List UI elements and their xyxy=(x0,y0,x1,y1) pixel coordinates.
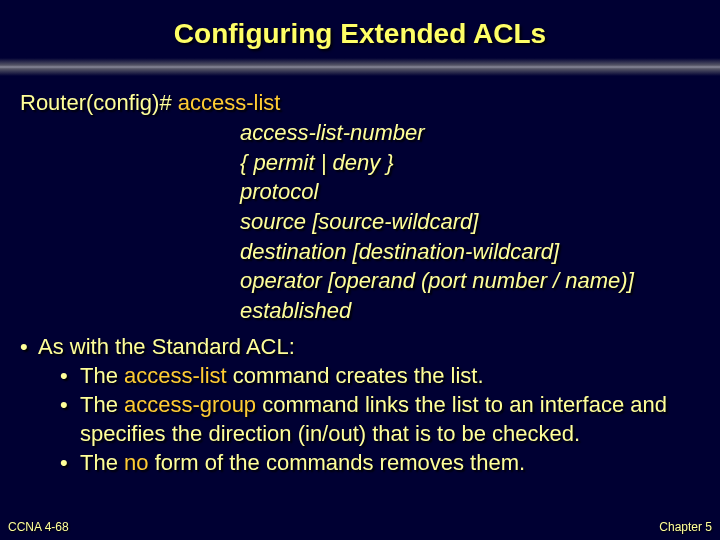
title-divider xyxy=(0,58,720,76)
highlight: no xyxy=(124,450,148,475)
syntax-line: { permit | deny } xyxy=(240,148,702,178)
syntax-line: access-list-number xyxy=(240,118,702,148)
router-prompt-line: Router(config)# access-list xyxy=(20,90,702,116)
bullet-main: As with the Standard ACL: xyxy=(20,332,702,361)
prompt-prefix: Router(config)# xyxy=(20,90,178,115)
footer-right: Chapter 5 xyxy=(659,520,712,534)
text: The xyxy=(80,392,124,417)
footer-left: CCNA 4-68 xyxy=(8,520,69,534)
text: command creates the list. xyxy=(227,363,484,388)
footer: CCNA 4-68 Chapter 5 xyxy=(8,520,712,534)
syntax-line: operator [operand (port number / name)] xyxy=(240,266,702,296)
highlight: access-list xyxy=(124,363,227,388)
syntax-line: protocol xyxy=(240,177,702,207)
text: The xyxy=(80,450,124,475)
text: form of the commands removes them. xyxy=(149,450,526,475)
bullet-sub: The no form of the commands removes them… xyxy=(20,448,702,477)
syntax-line: source [source-wildcard] xyxy=(240,207,702,237)
prompt-command: access-list xyxy=(178,90,281,115)
bullet-list: As with the Standard ACL: The access-lis… xyxy=(20,332,702,477)
syntax-line: destination [destination-wildcard] xyxy=(240,237,702,267)
slide-content: Router(config)# access-list access-list-… xyxy=(0,90,720,477)
bullet-sub: The access-list command creates the list… xyxy=(20,361,702,390)
page-title: Configuring Extended ACLs xyxy=(0,18,720,50)
text: The xyxy=(80,363,124,388)
syntax-block: access-list-number { permit | deny } pro… xyxy=(20,118,702,326)
highlight: access-group xyxy=(124,392,256,417)
syntax-line: established xyxy=(240,296,702,326)
bullet-sub: The access-group command links the list … xyxy=(20,390,702,448)
